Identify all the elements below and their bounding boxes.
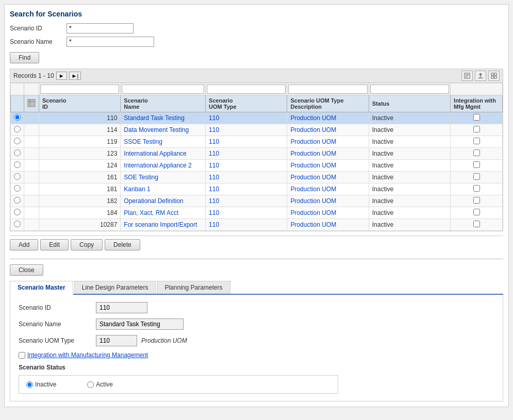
table-row[interactable]: 123International Appliance110Production … (11, 148, 503, 160)
cell-uom-type-link[interactable]: 110 (209, 138, 219, 145)
delete-button[interactable]: Delete (105, 239, 140, 250)
nav-last-button[interactable]: ►| (69, 72, 81, 80)
status-active-label[interactable]: Active (96, 381, 113, 388)
table-row[interactable]: 114Data Movement Testing110Production UO… (11, 124, 503, 136)
cell-uom-type-link[interactable]: 110 (209, 174, 219, 181)
page-title: Search for Scenarios (10, 10, 503, 18)
cell-integration-checkbox[interactable] (473, 126, 480, 132)
scenario-name-input[interactable] (67, 37, 154, 47)
status-active-radio[interactable] (87, 381, 94, 388)
cell-scenario-name-link[interactable]: Standard Task Testing (124, 114, 185, 122)
table-row[interactable]: 119SSOE Testing110Production UOMInactive (11, 136, 503, 148)
cell-uom-desc-link[interactable]: Production UOM (290, 150, 336, 157)
detail-scenario-id-input[interactable] (96, 302, 147, 313)
detail-scenario-name-input[interactable] (96, 318, 184, 330)
row-radio[interactable] (14, 209, 21, 215)
integration-checkbox[interactable] (19, 352, 25, 359)
cell-scenario-name-link[interactable]: SOE Testing (124, 174, 158, 181)
cell-scenario-name-link[interactable]: Kanban 1 (124, 186, 150, 193)
nav-next-button[interactable]: ► (56, 72, 67, 80)
find-button[interactable]: Find (10, 52, 39, 63)
cell-uom-type-link[interactable]: 110 (209, 209, 219, 216)
row-radio[interactable] (14, 197, 21, 204)
filter-scenario-id[interactable] (40, 85, 119, 94)
cell-integration-checkbox[interactable] (473, 161, 480, 168)
cell-integration-checkbox[interactable] (473, 173, 480, 180)
col-icon (24, 95, 39, 112)
filter-scenario-name[interactable] (122, 85, 204, 94)
cell-uom-desc-link[interactable]: Production UOM (290, 197, 336, 205)
cell-uom-desc-link[interactable]: Production UOM (290, 138, 336, 145)
cell-uom-desc-link[interactable]: Production UOM (290, 162, 336, 169)
cell-scenario-name-link[interactable]: International Appliance (124, 150, 186, 157)
status-section-title: Scenario Status (19, 364, 494, 371)
tab-scenario-master[interactable]: Scenario Master (10, 281, 73, 295)
cell-uom-type-link[interactable]: 110 (209, 126, 219, 133)
add-button[interactable]: Add (10, 239, 38, 250)
cell-uom-type-link[interactable]: 110 (209, 186, 219, 193)
edit-button[interactable]: Edit (40, 239, 69, 250)
tab-line-design[interactable]: Line Design Parameters (74, 281, 156, 294)
cell-uom-type-link[interactable]: 110 (209, 162, 219, 169)
tab-planning[interactable]: Planning Parameters (157, 281, 230, 294)
cell-integration-checkbox[interactable] (473, 114, 480, 121)
copy-button[interactable]: Copy (71, 239, 103, 250)
status-inactive-label[interactable]: Inactive (35, 381, 56, 388)
close-button[interactable]: Close (10, 264, 43, 276)
cell-uom-type-link[interactable]: 110 (209, 197, 219, 205)
export-icon-1[interactable] (461, 71, 473, 81)
filter-uom-type[interactable] (207, 85, 286, 94)
row-radio[interactable] (14, 138, 21, 144)
row-radio[interactable] (14, 221, 21, 227)
cell-scenario-name-link[interactable]: Plan, Xact, RM Acct (124, 209, 178, 216)
cell-scenario-id: 184 (39, 207, 121, 219)
table-row[interactable]: 181Kanban 1110Production UOMInactive (11, 183, 503, 195)
table-row[interactable]: 182Operational Definition110Production U… (11, 195, 503, 207)
export-icon-3[interactable] (488, 71, 500, 81)
cell-integration-checkbox[interactable] (473, 221, 480, 227)
table-row[interactable]: 184Plan, Xact, RM Acct110Production UOMI… (11, 207, 503, 219)
cell-scenario-name-link[interactable]: Operational Definition (124, 197, 183, 205)
cell-uom-desc-link[interactable]: Production UOM (290, 186, 336, 193)
cell-integration-checkbox[interactable] (473, 138, 480, 144)
integration-label[interactable]: Integration with Manufacturing Managemen… (27, 351, 148, 359)
cell-integration-checkbox[interactable] (473, 185, 480, 192)
cell-status: Inactive (369, 195, 450, 207)
records-bar: Records 1 - 10 ► ►| (10, 69, 503, 82)
detail-uom-input[interactable] (96, 335, 137, 346)
cell-uom-desc-link[interactable]: Production UOM (290, 209, 336, 216)
cell-uom-desc-link[interactable]: Production UOM (290, 221, 336, 228)
export-icon-2[interactable] (475, 71, 486, 81)
table-row[interactable]: 161SOE Testing110Production UOMInactive (11, 172, 503, 183)
row-radio[interactable] (14, 114, 21, 121)
table-row[interactable]: 124International Appliance 2110Productio… (11, 160, 503, 172)
table-row[interactable]: 10287For scenario Import/Export110Produc… (11, 219, 503, 231)
filter-status[interactable] (370, 85, 449, 94)
status-inactive-radio[interactable] (26, 381, 33, 388)
cell-uom-desc-link[interactable]: Production UOM (290, 114, 336, 122)
cell-status: Inactive (369, 183, 450, 195)
scenario-id-input[interactable] (67, 23, 134, 33)
cell-scenario-id: 181 (39, 183, 121, 195)
row-radio[interactable] (14, 149, 21, 156)
cell-integration-checkbox[interactable] (473, 149, 480, 156)
row-radio[interactable] (14, 126, 21, 132)
cell-integration-checkbox[interactable] (473, 209, 480, 215)
cell-integration-checkbox[interactable] (473, 197, 480, 204)
cell-scenario-name-link[interactable]: Data Movement Testing (124, 126, 189, 133)
cell-uom-type-link[interactable]: 110 (209, 221, 219, 228)
cell-uom-desc-link[interactable]: Production UOM (290, 174, 336, 181)
svg-rect-6 (494, 73, 497, 75)
table-row[interactable]: 110Standard Task Testing110Production UO… (11, 112, 503, 124)
filter-uom-desc[interactable] (288, 85, 367, 94)
cell-uom-type-link[interactable]: 110 (209, 150, 219, 157)
cell-scenario-name-link[interactable]: International Appliance 2 (124, 162, 191, 169)
svg-rect-8 (494, 76, 497, 78)
cell-scenario-name-link[interactable]: SSOE Testing (124, 138, 162, 145)
row-radio[interactable] (14, 185, 21, 192)
cell-uom-desc-link[interactable]: Production UOM (290, 126, 336, 133)
row-radio[interactable] (14, 161, 21, 168)
row-radio[interactable] (14, 173, 21, 180)
cell-scenario-name-link[interactable]: For scenario Import/Export (124, 221, 197, 228)
cell-uom-type-link[interactable]: 110 (209, 114, 219, 122)
